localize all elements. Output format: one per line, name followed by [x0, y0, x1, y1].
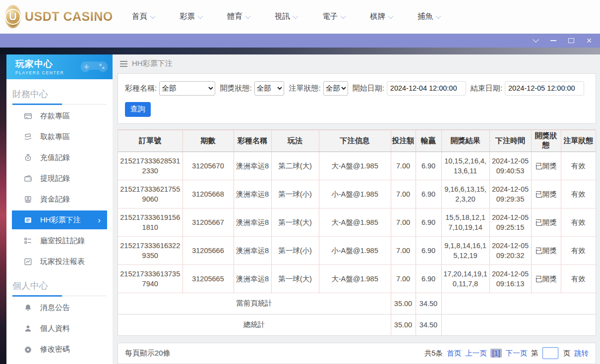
background-photo-strip: [0, 54, 6, 364]
nav-item-board-games[interactable]: 棋牌: [370, 11, 393, 22]
sidebar-item-label: 消息公告: [40, 303, 70, 312]
order-status-select[interactable]: 全部: [323, 81, 348, 96]
prev-page-link[interactable]: 上一页: [465, 349, 487, 358]
sidebar-item-label: 取款專區: [40, 132, 70, 142]
end-date-label: 結束日期:: [471, 84, 502, 93]
chevron-down-icon: [340, 13, 346, 18]
search-button[interactable]: 查詢: [125, 102, 151, 117]
window-minimize-button[interactable]: [549, 37, 557, 45]
page-prefix: 第: [531, 349, 539, 358]
first-page-link[interactable]: 首页: [447, 349, 461, 358]
nav-item-label: 彩票: [180, 11, 195, 22]
banknote-icon: [24, 195, 33, 204]
cell-bet-info: 大-A盤@1.985: [319, 152, 391, 180]
column-header: 開獎狀態: [531, 130, 561, 152]
cell-order-no: 2152173336137357940: [118, 264, 182, 293]
sidebar-sections: 財務中心存款專區取款專區充值記錄提現記錄資金記錄HH彩票下注›廳室投註記錄玩家投…: [6, 84, 113, 364]
cell-lottery: 澳洲幸运8: [234, 236, 271, 264]
page-size-text: 每頁顯示20條: [125, 349, 171, 358]
cell-bet-amount: 7.00: [391, 152, 416, 180]
nav-item-sports[interactable]: 體育: [227, 11, 250, 22]
cell-win-loss: 6.90: [416, 208, 441, 236]
column-header: 玩法: [271, 130, 319, 152]
sidebar-item-label: 提現記錄: [40, 174, 70, 183]
usdt-coin-icon: U: [5, 5, 21, 28]
chevron-down-icon: [293, 13, 298, 18]
withdraw-icon: [24, 133, 33, 141]
bell-icon: [24, 304, 33, 312]
sidebar-section: 財務中心存款專區取款專區充值記錄提現記錄資金記錄HH彩票下注›廳室投註記錄玩家投…: [6, 84, 113, 271]
nav-item-label: 首頁: [132, 11, 147, 22]
start-date-input[interactable]: [387, 81, 466, 96]
cell-lottery: 澳洲幸运8: [234, 152, 271, 180]
cell-bet-time: 2024-12-05 09:16:13: [489, 264, 531, 293]
cell-period: 31205666: [182, 236, 234, 264]
cell-order-no: 2152173336285312330: [118, 152, 182, 180]
report-icon: [24, 258, 33, 266]
sidebar-item-withdraw[interactable]: 取款專區: [12, 127, 107, 146]
page-suffix: 页: [563, 349, 571, 358]
window-close-button[interactable]: ×: [585, 37, 593, 45]
chevron-down-icon: [150, 13, 155, 18]
current-page-indicator[interactable]: [1]: [490, 349, 501, 358]
lottery-name-select[interactable]: 全部: [159, 81, 215, 96]
window-maximize-button[interactable]: [567, 37, 575, 45]
total-records: 共5条: [424, 349, 443, 358]
jump-link[interactable]: 跳转: [574, 349, 589, 358]
section-title: 財務中心: [6, 84, 113, 104]
cell-win-loss: 6.90: [416, 236, 441, 264]
sidebar-item-funds-records[interactable]: 資金記錄: [12, 190, 107, 208]
cell-draw-status: 已開獎: [531, 208, 561, 236]
nav-item-slots[interactable]: 電子: [322, 11, 345, 22]
sidebar-item-profile[interactable]: 個人資料: [12, 319, 107, 338]
sidebar-item-room-bet-records[interactable]: 廳室投註記錄: [12, 231, 107, 250]
next-page-link[interactable]: 下一页: [506, 349, 528, 358]
top-navigation: U USDT CASINO 首頁彩票體育視訊電子棋牌捕魚: [0, 0, 600, 34]
page-root: U USDT CASINO 首頁彩票體育視訊電子棋牌捕魚 × 玩家中心 PLAY…: [0, 0, 600, 364]
main-content: HH彩票下注 彩種名稱: 全部 開獎狀態: 全部 注單狀態: 全部 開始日期: …: [113, 54, 600, 364]
sidebar-item-label: 廳室投註記錄: [40, 236, 85, 246]
cell-bet-amount: 7.00: [391, 208, 416, 236]
nav-item-live-video[interactable]: 視訊: [275, 11, 298, 22]
table-row: 215217333628531233031205670澳洲幸运8第二球(大)大-…: [118, 152, 596, 180]
cell-bet-amount: 7.00: [391, 180, 416, 208]
sidebar-item-withdrawal-records[interactable]: 提現記錄: [12, 169, 107, 188]
sidebar-item-recharge-records[interactable]: 充值記錄: [12, 148, 107, 167]
cell-bet-time: 2024-12-05 09:29:35: [489, 180, 531, 208]
sidebar-item-player-bet-report[interactable]: 玩家投注報表: [12, 252, 107, 271]
pager: 共5条 首页 上一页 [1] 下一页 第 页 跳转: [424, 347, 589, 359]
bets-table: 訂單號期數彩種名稱玩法下注信息投注額輸贏開獎結果下注時間開獎狀態注單狀態 215…: [118, 130, 596, 335]
sidebar-item-deposit[interactable]: 存款專區: [12, 106, 107, 125]
window-collapse-button[interactable]: [532, 37, 540, 45]
nav-item-lottery[interactable]: 彩票: [180, 11, 202, 22]
cell-period: 31205670: [182, 152, 234, 180]
sidebar-item-announcements[interactable]: 消息公告: [12, 298, 107, 317]
table-row: 215217333616322935031205666澳洲幸运8第一球(小)小-…: [118, 236, 596, 264]
chevron-down-icon: [245, 13, 250, 18]
page-number-input[interactable]: [542, 347, 558, 359]
cell-win-loss: 6.90: [416, 180, 441, 208]
cell-draw-result: 9,16,6,13,15,2,3,20: [441, 180, 489, 208]
sidebar-item-label: HH彩票下注: [40, 215, 81, 225]
logo[interactable]: U USDT CASINO: [5, 5, 110, 28]
draw-status-select[interactable]: 全部: [254, 81, 285, 96]
menu-icon[interactable]: [120, 61, 127, 67]
nav-item-label: 視訊: [275, 11, 290, 22]
sidebar-item-label: 修改密碼: [40, 345, 70, 354]
cell-draw-result: 10,15,2,16,4,13,6,11: [441, 152, 489, 180]
cell-lottery: 澳洲幸运8: [234, 180, 271, 208]
sidebar-item-change-password[interactable]: 修改密碼: [12, 340, 107, 359]
cell-play: 第一球(小): [271, 236, 319, 264]
sidebar-item-label: 充值記錄: [40, 153, 70, 162]
column-header: 彩種名稱: [234, 130, 271, 152]
sidebar-item-hh-lottery-bets[interactable]: HH彩票下注›: [12, 210, 107, 229]
sidebar-section: 個人中心消息公告個人資料修改密碼: [6, 276, 113, 359]
nav-item-home[interactable]: 首頁: [132, 11, 155, 22]
start-date-label: 開始日期:: [353, 84, 384, 93]
bets-table-panel: 訂單號期數彩種名稱玩法下注信息投注額輸贏開獎結果下注時間開獎狀態注單狀態 215…: [118, 129, 596, 336]
column-header: 下注時間: [489, 130, 531, 152]
cell-order-status: 有效: [561, 236, 596, 264]
end-date-input[interactable]: [505, 81, 584, 96]
nav-item-fishing[interactable]: 捕魚: [418, 11, 440, 22]
table-header-row: 訂單號期數彩種名稱玩法下注信息投注額輸贏開獎結果下注時間開獎狀態注單狀態: [118, 130, 596, 152]
